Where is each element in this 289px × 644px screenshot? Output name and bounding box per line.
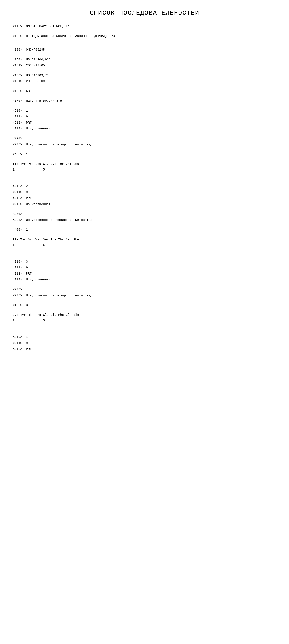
page-container: СПИСОК ПОСЛЕДОВАТЕЛЬНОСТЕЙ <110> ONCOTHE… (13, 8, 276, 352)
seq3-tag400: <400> 3 (13, 303, 276, 308)
seq1-tag223: <223> Искусственно синтезированный пепти… (13, 142, 276, 147)
seq4-field-210: <210> 4 (13, 335, 276, 340)
seq3-tag223: <223> Искусственно синтезированный пепти… (13, 293, 276, 298)
section-150a: <150> US 61/200,962 (13, 58, 276, 62)
seq1-sequence: Ile Tyr Pro Leu Gly Cys Thr Val Leu (13, 162, 276, 167)
sequence-entry-4: <210> 4 <211> 9 <212> PRT (13, 335, 276, 352)
sequence-entry-1: <210> 1 <211> 9 <212> PRT <213> Искусств… (13, 109, 276, 184)
seq1-field-213: <213> Искусственная (13, 126, 276, 131)
seq2-sequence: Ile Tyr Arg Val Ser Phe Thr Asp Phe (13, 238, 276, 242)
section-151a: <151> 2008-12-05 (13, 63, 276, 68)
seq1-field-212: <212> PRT (13, 121, 276, 126)
seq2-tag223: <223> Искусственно синтезированный пепти… (13, 218, 276, 223)
seq1-tag400: <400> 1 (13, 152, 276, 157)
section-130: <130> ONC-A0829P (13, 48, 276, 52)
sequence-entry-2: <210> 2 <211> 9 <212> PRT <213> Искусств… (13, 184, 276, 260)
seq2-tag220: <220> (13, 212, 276, 217)
section-151b: <151> 2009-03-09 (13, 79, 276, 84)
seq1-field-211: <211> 9 (13, 114, 276, 119)
seq2-numbers: 1 5 (13, 243, 276, 248)
section-170: <170> Патент в версии 3.5 (13, 99, 276, 104)
section-150b: <150> US 61/209,704 (13, 73, 276, 78)
header-sections: <110> ONCOTHERAPY SCIENCE, INC. <120> ПЕ… (13, 24, 276, 109)
seq3-tag220: <220> (13, 287, 276, 292)
seq2-field-211: <211> 9 (13, 190, 276, 195)
section-110: <110> ONCOTHERAPY SCIENCE, INC. (13, 24, 276, 29)
section-160: <160> 68 (13, 89, 276, 94)
section-120: <120> ПЕПТИДЫ ЭПИТОПА WDRPUH И ВАКЦИНЫ, … (13, 34, 276, 39)
seq3-field-211: <211> 9 (13, 266, 276, 270)
seq2-field-210: <210> 2 (13, 184, 276, 189)
seq3-field-210: <210> 3 (13, 260, 276, 264)
sequence-entry-3: <210> 3 <211> 9 <212> PRT <213> Искусств… (13, 260, 276, 335)
seq3-field-212: <212> PRT (13, 272, 276, 276)
seq3-sequence: Cys Tyr His Pro Glu Glu Phe Gln Ile (13, 313, 276, 318)
seq2-field-212: <212> PRT (13, 196, 276, 201)
seq1-tag220: <220> (13, 136, 276, 141)
seq1-numbers: 1 5 (13, 168, 276, 172)
seq4-field-212: <212> PRT (13, 347, 276, 352)
seq2-field-213: <213> Искусственная (13, 202, 276, 207)
seq1-field-210: <210> 1 (13, 109, 276, 114)
seq3-numbers: 1 5 (13, 318, 276, 323)
page-title: СПИСОК ПОСЛЕДОВАТЕЛЬНОСТЕЙ (13, 8, 276, 18)
seq2-tag400: <400> 2 (13, 228, 276, 232)
seq3-field-213: <213> Искусственная (13, 278, 276, 282)
seq4-field-211: <211> 9 (13, 341, 276, 346)
